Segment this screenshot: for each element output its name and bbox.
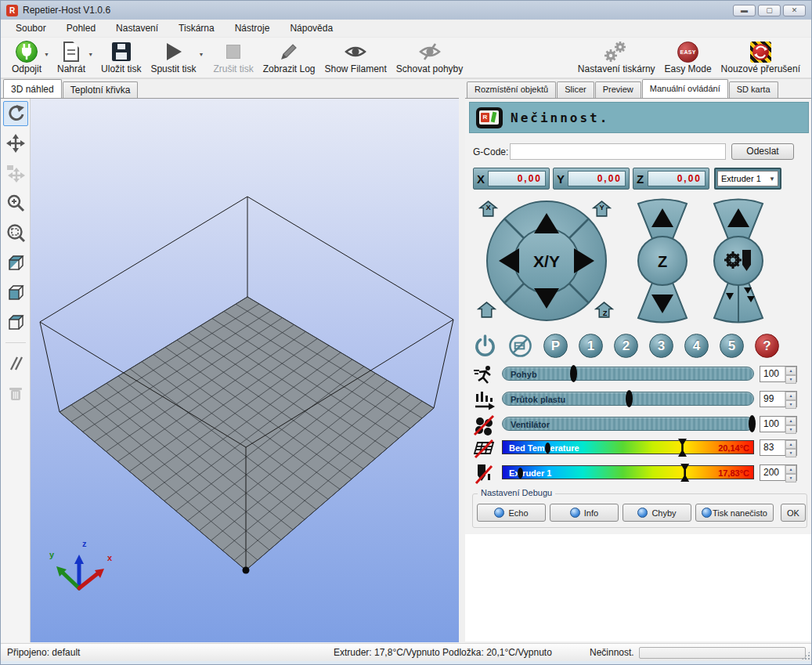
xy-jog-pad[interactable]: X/Y (485, 199, 608, 323)
power-button[interactable] (473, 334, 497, 358)
spin-down-icon[interactable]: ▼ (785, 449, 796, 457)
easy-mode-button[interactable]: EASY Easy Mode (660, 39, 716, 75)
preset-5-button[interactable]: 5 (720, 334, 744, 358)
start-print-button[interactable]: Spustit tisk ▼ (146, 39, 200, 75)
close-button[interactable]: ✕ (783, 5, 806, 16)
extruder-jog-pad[interactable] (710, 197, 767, 324)
feedrate-spinner[interactable]: 100 ▲▼ (760, 366, 797, 382)
delete-object-button (3, 381, 28, 406)
feedrate-slider-thumb[interactable] (570, 365, 577, 382)
preset-1-button[interactable]: 1 (579, 334, 603, 358)
menu-soubor[interactable]: Soubor (5, 20, 56, 37)
debug-ok-button[interactable]: OK (781, 504, 806, 522)
position-row: X 0,00 Y 0,00 Z 0,00 (465, 168, 812, 190)
zoom-view-button[interactable] (3, 190, 28, 215)
front-view-button[interactable] (3, 280, 28, 305)
spin-up-icon[interactable]: ▲ (785, 367, 796, 375)
tab-slicer[interactable]: Slicer (557, 81, 594, 98)
show-filament-button[interactable]: Show Filament (319, 39, 391, 75)
spin-up-icon[interactable]: ▲ (785, 440, 796, 449)
spin-down-icon[interactable]: ▼ (785, 375, 796, 384)
extruder-dropdown[interactable]: Extruder 1 ▼ (717, 171, 778, 186)
spin-up-icon[interactable]: ▲ (785, 465, 796, 474)
bed-temp-slider[interactable]: Bed Temperature 20,14°C (502, 440, 754, 454)
start-dropdown-caret[interactable]: ▼ (199, 52, 204, 57)
extruder-temp-spinner[interactable]: 200 ▲▼ (760, 464, 797, 481)
spin-down-icon[interactable]: ▼ (785, 425, 796, 434)
z-jog-pad[interactable]: Z (635, 197, 690, 324)
fan-slider[interactable]: Ventilátor (502, 417, 754, 431)
toggle-bed-button[interactable] (508, 334, 532, 358)
debug-errors-button[interactable]: Chyby (623, 504, 691, 522)
load-button[interactable]: Nahrát ▼ (52, 39, 90, 75)
preset-4-button[interactable]: 4 (684, 334, 709, 358)
connect-button[interactable]: Odpojit ▼ (7, 39, 46, 75)
fan-slider-thumb[interactable] (749, 415, 756, 432)
tab-preview[interactable]: Preview (595, 81, 641, 98)
axis-x-label: x (107, 553, 113, 562)
printer-status-text: Nečinnost. (511, 110, 609, 125)
park-button[interactable]: P (543, 334, 568, 358)
menu-pohled[interactable]: Pohled (56, 20, 106, 37)
emergency-stop-button[interactable]: Nouzové přerušení (716, 39, 805, 75)
gcode-row: G-Code: Odeslat (465, 143, 812, 161)
maximize-button[interactable]: ▢ (758, 5, 781, 16)
menu-napoveda[interactable]: Nápověda (280, 20, 343, 37)
spin-up-icon[interactable]: ▲ (785, 417, 796, 425)
minimize-button[interactable]: ▬ (733, 5, 756, 16)
show-log-button[interactable]: Zobrazit Log (258, 39, 320, 75)
preset-3-button[interactable]: 3 (649, 334, 673, 358)
spin-up-icon[interactable]: ▲ (785, 392, 796, 400)
printer-settings-button[interactable]: Nastavení tiskárny (573, 39, 660, 75)
menu-nastroje[interactable]: Nástroje (225, 20, 280, 37)
iso-view-icon (6, 253, 25, 272)
debug-info-button[interactable]: Info (550, 504, 619, 522)
feedrate-slider[interactable]: Pohyb (502, 367, 754, 381)
fan-slider-row: Ventilátor 100 ▲▼ (465, 416, 812, 435)
spin-down-icon[interactable]: ▼ (785, 400, 796, 409)
tab-manual-control[interactable]: Manuální ovládání (642, 79, 728, 98)
isometric-view-button[interactable] (3, 250, 28, 275)
move-object-button (3, 161, 28, 186)
y-position-readout: Y 0,00 (553, 168, 630, 190)
help-button[interactable]: ? (755, 334, 779, 358)
pencil-icon (279, 42, 299, 62)
extruder-temp-slider[interactable]: Extruder 1 17,83°C (502, 465, 754, 479)
temperature-status: Extruder: 17,8°C/Vypnuto Podložka: 20,1°… (334, 647, 552, 658)
bed-temp-spinner[interactable]: 83 ▲▼ (760, 439, 797, 456)
feedrate-slider-row: Pohyb 100 ▲▼ (465, 366, 812, 385)
hide-travel-button[interactable]: Schovat pohyby (392, 39, 467, 75)
tab-object-placement[interactable]: Rozmístění objektů (467, 81, 556, 98)
bed-temp-target-marker[interactable] (678, 439, 687, 457)
connect-dropdown-caret[interactable]: ▼ (44, 52, 49, 57)
debug-echo-button[interactable]: Echo (477, 504, 546, 522)
debug-dry-run-button[interactable]: Tisk nanečisto (695, 504, 774, 522)
fan-spinner[interactable]: 100 ▲▼ (760, 416, 797, 432)
move-view-button[interactable] (3, 131, 28, 156)
tab-temperature-curve[interactable]: Teplotní křivka (63, 81, 139, 98)
tab-3d-view[interactable]: 3D náhled (3, 79, 62, 98)
flowrate-slider-thumb[interactable] (626, 390, 633, 407)
panel-splitter[interactable] (459, 79, 465, 643)
rotate-view-button[interactable] (3, 101, 28, 126)
top-view-button[interactable] (3, 309, 28, 334)
3d-viewport[interactable]: y z x (31, 99, 459, 642)
menu-nastaveni[interactable]: Nastavení (106, 20, 168, 37)
load-dropdown-caret[interactable]: ▼ (88, 52, 93, 57)
preset-2-button[interactable]: 2 (614, 334, 638, 358)
gcode-input[interactable] (510, 143, 726, 160)
status-bar: Připojeno: default Extruder: 17,8°C/Vypn… (1, 643, 811, 661)
extruder-temp-target-marker[interactable] (680, 464, 689, 482)
quick-buttons-row: P 1 2 3 4 5 ? (465, 334, 812, 360)
flowrate-spinner[interactable]: 99 ▲▼ (760, 391, 797, 407)
repetier-logo-icon: R (476, 107, 503, 128)
projection-toggle-button[interactable] (3, 351, 28, 376)
fit-view-button[interactable] (3, 220, 28, 245)
spin-down-icon[interactable]: ▼ (785, 474, 796, 482)
menu-tiskarna[interactable]: Tiskárna (168, 20, 225, 37)
tab-sd-card[interactable]: SD karta (729, 81, 778, 98)
progress-bar (639, 647, 806, 659)
save-print-button[interactable]: Uložit tisk (96, 39, 146, 75)
send-gcode-button[interactable]: Odeslat (731, 143, 794, 160)
flowrate-slider[interactable]: Průtok plastu (502, 392, 754, 406)
